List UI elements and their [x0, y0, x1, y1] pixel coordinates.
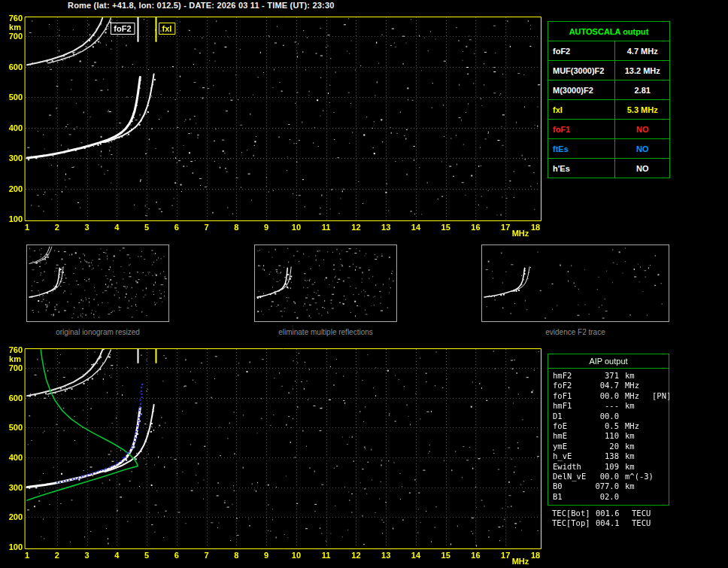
autoscala-row-label: M(3000)F2: [548, 80, 615, 100]
autoscala-row-label: ftEs: [548, 139, 615, 159]
autoscala-row-value: NO: [615, 139, 670, 159]
aip-cell-v: 04.7: [592, 381, 619, 390]
autoscala-row-label: foF2: [548, 41, 615, 61]
aip-cell-l: foF2: [553, 381, 592, 390]
aip-cell-v: 138: [592, 451, 619, 461]
autoscala-row-label: fxI: [548, 100, 615, 120]
aip-row: B102.0: [553, 492, 667, 502]
aip-cell-x: [PN]: [652, 391, 672, 401]
autoscala-row: h'EsNO: [548, 159, 670, 178]
autoscala-row: foF24.7 MHz: [548, 41, 670, 61]
tec-cell-u: TECU: [621, 518, 669, 528]
aip-row: B0077.0km: [553, 481, 667, 491]
aip-row: Ewidth109km: [553, 462, 667, 472]
tec-row: TEC[Top]004.1TECU: [548, 518, 669, 528]
ionogram-top-canvas: [0, 11, 549, 236]
autoscala-window: Rome (lat: +41.8, lon: 012.5) - DATE: 20…: [0, 0, 728, 568]
aip-cell-v: 20: [592, 442, 619, 451]
aip-cell-x: [652, 381, 667, 390]
aip-cell-l: ymE: [553, 442, 592, 451]
aip-cell-u: km: [619, 451, 652, 461]
aip-cell-x: [652, 492, 667, 502]
aip-cell-l: B1: [553, 492, 592, 502]
aip-cell-v: 00.0: [592, 391, 619, 401]
aip-cell-v: 110: [592, 431, 619, 441]
aip-cell-v: 0.5: [592, 421, 619, 431]
aip-cell-u: km: [619, 371, 652, 381]
aip-cell-l: D1: [553, 412, 592, 421]
thumbnail-caption-evidence: evidence F2 trace: [481, 328, 669, 336]
aip-cell-x: [652, 412, 667, 421]
aip-cell-l: B0: [553, 481, 592, 491]
aip-output-table: AIP output hmF2371kmfoF204.7MHzfoF100.0M…: [548, 354, 669, 506]
aip-cell-v: 00.0: [592, 412, 619, 421]
autoscala-row-value: 2.81: [615, 80, 670, 100]
thumbnail-evidence-f2-trace-canvas: [481, 245, 669, 322]
aip-cell-u: MHz: [619, 391, 652, 401]
aip-cell-v: 109: [592, 462, 619, 472]
aip-cell-v: 077.0: [592, 481, 619, 491]
autoscala-row-value: 13.2 MHz: [615, 61, 670, 80]
aip-cell-v: 371: [592, 371, 619, 381]
thumbnail-caption-eliminate: eliminate multiple reflections: [254, 328, 397, 336]
aip-cell-l: hmE: [553, 431, 592, 441]
aip-cell-u: km: [619, 431, 652, 441]
autoscala-row-value: 5.3 MHz: [615, 100, 670, 120]
aip-cell-x: [652, 371, 667, 381]
aip-row: h_vE138km: [553, 451, 667, 461]
aip-cell-x: [652, 481, 667, 491]
aip-row: foF100.0MHz[PN]: [553, 391, 667, 401]
thumbnail-original-ionogram-canvas: [26, 245, 169, 322]
aip-cell-l: foF1: [553, 391, 592, 401]
thumbnail-caption-original: original ionogram resized: [26, 328, 169, 336]
tec-cell-v: 004.1: [596, 518, 621, 528]
aip-cell-u: MHz: [619, 421, 652, 431]
aip-cell-l: hmF1: [553, 401, 592, 411]
aip-row: hmF1---km: [553, 401, 667, 411]
autoscala-row: MUF(3000)F213.2 MHz: [548, 61, 670, 80]
aip-cell-x: [652, 401, 667, 411]
aip-cell-v: ---: [592, 401, 619, 411]
aip-cell-v: 00.0: [592, 472, 619, 481]
autoscala-row-label: foF1: [548, 120, 615, 139]
tec-cell-l: TEC[Bot]: [552, 509, 596, 518]
autoscala-table-header-row: AUTOSCALA output: [548, 22, 670, 41]
aip-cell-u: [619, 492, 652, 502]
thumbnail-eliminate-reflections-canvas: [254, 245, 397, 322]
aip-row: hmE110km: [553, 431, 667, 441]
autoscala-table-body: AUTOSCALA output foF24.7 MHzMUF(3000)F21…: [548, 22, 670, 178]
aip-cell-l: DelN_vE: [553, 472, 592, 481]
autoscala-row-value: NO: [615, 120, 670, 139]
aip-cell-x: [652, 472, 667, 481]
aip-table-header: AIP output: [548, 354, 669, 369]
aip-cell-v: 02.0: [592, 492, 619, 502]
aip-cell-u: MHz: [619, 381, 652, 390]
autoscala-row-value: NO: [615, 159, 670, 178]
aip-row: foE0.5MHz: [553, 421, 667, 431]
aip-cell-l: Ewidth: [553, 462, 592, 472]
autoscala-row: ftEsNO: [548, 139, 670, 159]
tec-cell-u: TECU: [621, 509, 669, 518]
autoscala-row: foF1NO: [548, 120, 670, 139]
aip-cell-u: km: [619, 481, 652, 491]
aip-cell-u: km: [619, 401, 652, 411]
aip-cell-u: m^(-3): [619, 472, 652, 481]
aip-cell-l: foE: [553, 421, 592, 431]
aip-cell-u: km: [619, 462, 652, 472]
aip-cell-x: [652, 421, 667, 431]
aip-cell-x: [652, 442, 667, 451]
aip-cell-u: [619, 412, 652, 421]
aip-row: DelN_vE00.0m^(-3): [553, 472, 667, 481]
station-date-time-title: Rome (lat: +41.8, lon: 012.5) - DATE: 20…: [68, 1, 335, 10]
aip-cell-x: [652, 431, 667, 441]
tec-rows: TEC[Bot]001.6TECUTEC[Top]004.1TECU: [548, 509, 669, 528]
autoscala-output-table: AUTOSCALA output foF24.7 MHzMUF(3000)F21…: [548, 21, 670, 178]
aip-row: foF204.7MHz: [553, 381, 667, 390]
aip-table-rows: hmF2371kmfoF204.7MHzfoF100.0MHz[PN]hmF1-…: [548, 369, 669, 502]
autoscala-row-value: 4.7 MHz: [615, 41, 670, 61]
aip-cell-l: hmF2: [553, 371, 592, 381]
aip-cell-x: [652, 462, 667, 472]
aip-row: D100.0: [553, 412, 667, 421]
autoscala-row-label: MUF(3000)F2: [548, 61, 615, 80]
tec-cell-v: 001.6: [596, 509, 621, 518]
